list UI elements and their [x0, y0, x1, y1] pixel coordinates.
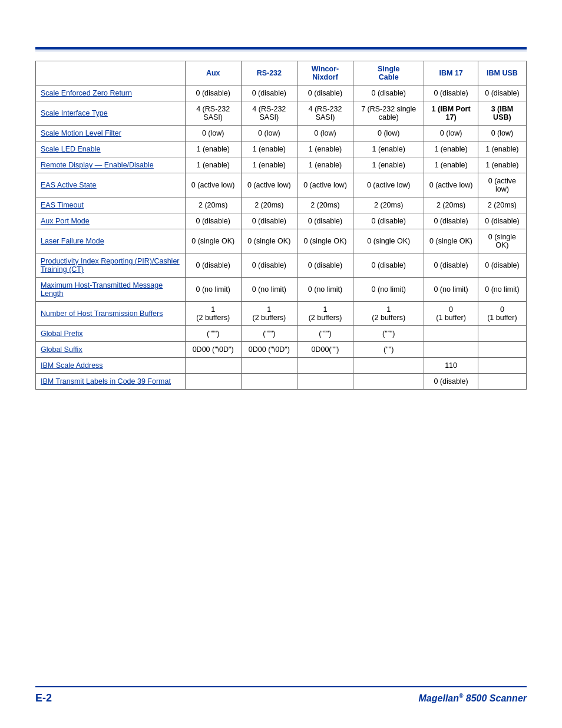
cell-ibmusb: 0 (1 buffer) [478, 302, 526, 326]
cell-aux: 0 (no limit) [185, 278, 241, 302]
row-label-cell[interactable]: Productivity Index Reporting (PIR)/Cashi… [36, 253, 186, 278]
cell-ibm17: 0 (active low) [424, 173, 478, 197]
col-header-rs232: RS-232 [241, 61, 297, 85]
row-label-cell[interactable]: Global Prefix [36, 326, 186, 342]
table-row: IBM Scale Address110 [36, 358, 527, 374]
settings-table: Aux RS-232 Wincor-Nixdorf SingleCable IB… [35, 61, 527, 390]
cell-ibm17: 0 (disable) [424, 85, 478, 101]
page: Aux RS-232 Wincor-Nixdorf SingleCable IB… [0, 0, 562, 728]
cell-wincor: 0 (low) [297, 126, 353, 141]
cell-ibmusb: 1 (enable) [478, 157, 526, 173]
cell-single: 0 (single OK) [353, 229, 424, 253]
row-label-cell[interactable]: Aux Port Mode [36, 213, 186, 229]
cell-single: 0 (no limit) [353, 278, 424, 302]
cell-ibmusb: 0 (low) [478, 126, 526, 141]
cell-single: 0 (low) [353, 126, 424, 141]
cell-ibmusb: 3 (IBM USB) [478, 101, 526, 126]
cell-wincor: 1 (enable) [297, 157, 353, 173]
cell-rs232 [241, 374, 297, 390]
cell-ibm17: 0 (disable) [424, 213, 478, 229]
row-label-cell[interactable]: Laser Failure Mode [36, 229, 186, 253]
row-label-cell[interactable]: IBM Transmit Labels in Code 39 Format [36, 374, 186, 390]
col-header-label [36, 61, 186, 85]
cell-rs232 [241, 358, 297, 374]
cell-single: 2 (20ms) [353, 197, 424, 213]
cell-aux: 0 (disable) [185, 213, 241, 229]
row-label-cell[interactable]: Number of Host Transmission Buffers [36, 302, 186, 326]
cell-wincor: 1 (enable) [297, 141, 353, 157]
cell-aux: 2 (20ms) [185, 197, 241, 213]
table-row: Global Suffix0D00 ("\0D")0D00 ("\0D")0D0… [36, 342, 527, 358]
cell-ibm17: 1 (IBM Port 17) [424, 101, 478, 126]
cell-wincor: 4 (RS-232 SASI) [297, 101, 353, 126]
cell-ibm17: 1 (enable) [424, 157, 478, 173]
cell-ibmusb: 0 (disable) [478, 253, 526, 278]
cell-ibm17 [424, 342, 478, 358]
row-label-cell[interactable]: Global Suffix [36, 342, 186, 358]
cell-ibmusb: 2 (20ms) [478, 197, 526, 213]
cell-ibm17: 110 [424, 358, 478, 374]
table-row: EAS Active State0 (active low)0 (active … [36, 173, 527, 197]
cell-aux: 0D00 ("\0D") [185, 342, 241, 358]
footer-page-number: E-2 [35, 692, 52, 704]
cell-aux: 0 (single OK) [185, 229, 241, 253]
cell-rs232: 0 (single OK) [241, 229, 297, 253]
cell-wincor: ("”") [297, 326, 353, 342]
table-row: Aux Port Mode0 (disable)0 (disable)0 (di… [36, 213, 527, 229]
row-label-cell[interactable]: Scale Motion Level Filter [36, 126, 186, 141]
cell-single: ("") [353, 342, 424, 358]
cell-ibm17: 0 (disable) [424, 374, 478, 390]
footer: E-2 Magellan® 8500 Scanner [35, 686, 527, 704]
col-header-single: SingleCable [353, 61, 424, 85]
cell-ibmusb: 0 (disable) [478, 213, 526, 229]
row-label-cell[interactable]: Scale Enforced Zero Return [36, 85, 186, 101]
cell-single: 1 (2 buffers) [353, 302, 424, 326]
cell-rs232: 1 (enable) [241, 157, 297, 173]
table-row: Scale Motion Level Filter0 (low)0 (low)0… [36, 126, 527, 141]
cell-wincor: 1 (2 buffers) [297, 302, 353, 326]
cell-ibm17: 1 (enable) [424, 141, 478, 157]
cell-ibmusb [478, 358, 526, 374]
cell-ibm17 [424, 326, 478, 342]
row-label-cell[interactable]: Remote Display — Enable/Disable [36, 157, 186, 173]
table-row: EAS Timeout2 (20ms)2 (20ms)2 (20ms)2 (20… [36, 197, 527, 213]
cell-aux: 1 (enable) [185, 141, 241, 157]
row-label-cell[interactable]: Scale LED Enable [36, 141, 186, 157]
cell-aux: 4 (RS-232 SASI) [185, 101, 241, 126]
table-row: Number of Host Transmission Buffers1 (2 … [36, 302, 527, 326]
cell-aux [185, 358, 241, 374]
cell-wincor [297, 358, 353, 374]
cell-single: ("”") [353, 326, 424, 342]
cell-wincor [297, 374, 353, 390]
top-rule2 [35, 51, 527, 51]
cell-single [353, 358, 424, 374]
cell-rs232: ("”") [241, 326, 297, 342]
cell-ibmusb [478, 326, 526, 342]
cell-wincor: 0 (disable) [297, 253, 353, 278]
row-label-cell[interactable]: EAS Active State [36, 173, 186, 197]
cell-ibm17: 0 (disable) [424, 253, 478, 278]
row-label-cell[interactable]: Maximum Host-Transmitted Message Length [36, 278, 186, 302]
table-row: Productivity Index Reporting (PIR)/Cashi… [36, 253, 527, 278]
cell-rs232: 0 (no limit) [241, 278, 297, 302]
cell-ibm17: 0 (low) [424, 126, 478, 141]
cell-rs232: 1 (enable) [241, 141, 297, 157]
footer-title: Magellan® 8500 Scanner [419, 693, 527, 704]
cell-wincor: 0 (disable) [297, 213, 353, 229]
table-row: Scale Enforced Zero Return0 (disable)0 (… [36, 85, 527, 101]
cell-wincor: 0 (active low) [297, 173, 353, 197]
table-row: Global Prefix("”")("”")("”")("”") [36, 326, 527, 342]
cell-aux: 1 (2 buffers) [185, 302, 241, 326]
row-label-cell[interactable]: EAS Timeout [36, 197, 186, 213]
cell-ibmusb: 1 (enable) [478, 141, 526, 157]
cell-ibmusb: 0 (active low) [478, 173, 526, 197]
table-row: Laser Failure Mode0 (single OK)0 (single… [36, 229, 527, 253]
cell-rs232: 0 (disable) [241, 253, 297, 278]
cell-ibmusb [478, 374, 526, 390]
row-label-cell[interactable]: IBM Scale Address [36, 358, 186, 374]
cell-rs232: 4 (RS-232 SASI) [241, 101, 297, 126]
cell-rs232: 2 (20ms) [241, 197, 297, 213]
row-label-cell[interactable]: Scale Interface Type [36, 101, 186, 126]
cell-rs232: 0D00 ("\0D") [241, 342, 297, 358]
table-row: IBM Transmit Labels in Code 39 Format0 (… [36, 374, 527, 390]
